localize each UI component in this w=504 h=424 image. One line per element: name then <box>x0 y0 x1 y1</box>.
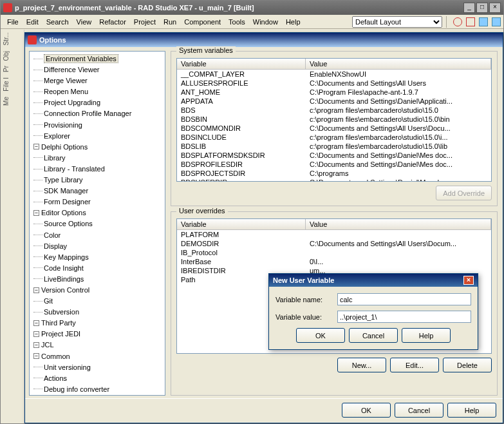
tree-node[interactable]: −Third Party <box>31 317 163 328</box>
menu-view[interactable]: View <box>73 17 96 27</box>
tool-icon-1[interactable] <box>453 17 462 26</box>
tree-node[interactable]: Form Designer <box>31 196 163 207</box>
table-row[interactable]: BDSUSERDIRC:\Documents and Settings\Dani… <box>177 178 491 181</box>
tree-node[interactable]: Difference Viewer <box>31 64 163 75</box>
tree-node[interactable]: Source Options <box>31 218 163 229</box>
table-row[interactable]: IB_Protocol <box>177 248 491 257</box>
tree-node[interactable]: Key Mappings <box>31 251 163 262</box>
sys-col-variable[interactable]: Variable <box>177 59 306 69</box>
tree-node[interactable]: −Editor Options <box>31 207 163 218</box>
newvar-titlebar[interactable]: New User Variable × <box>269 274 478 287</box>
newvar-cancel-button[interactable]: Cancel <box>349 328 398 343</box>
tree-node[interactable]: SDK Manager <box>31 185 163 196</box>
side-tab[interactable]: Obj <box>1 48 11 64</box>
table-row[interactable]: DEMOSDIRC:\Documents and Settings\All Us… <box>177 239 491 248</box>
tree-node[interactable]: Environment Variables <box>31 53 163 64</box>
tree-node[interactable]: −Common <box>31 351 163 361</box>
tree-node[interactable]: Merge Viewer <box>31 75 163 86</box>
varvalue-input[interactable] <box>337 311 471 323</box>
menu-project[interactable]: Project <box>130 17 160 27</box>
maximize-button[interactable]: □ <box>476 3 488 13</box>
minimize-button[interactable]: _ <box>463 3 475 13</box>
tree-node[interactable]: Connection Profile Manager <box>31 108 163 119</box>
options-tree[interactable]: Environment VariablesDifference ViewerMe… <box>29 51 165 396</box>
tree-node[interactable]: Git <box>31 295 163 306</box>
varname-input[interactable] <box>337 293 471 305</box>
table-row[interactable]: BDSPROJECTSDIRC:\programs <box>177 169 491 178</box>
edit-button[interactable]: Edit... <box>390 358 439 372</box>
new-button[interactable]: New... <box>337 358 386 372</box>
user-col-variable[interactable]: Variable <box>177 219 306 229</box>
tool-icon-4[interactable] <box>492 17 501 26</box>
newvar-close-button[interactable]: × <box>463 276 474 285</box>
table-row[interactable]: PLATFORM <box>177 230 491 239</box>
menu-component[interactable]: Component <box>180 17 225 27</box>
menu-tools[interactable]: Tools <box>225 17 249 27</box>
menu-run[interactable]: Run <box>160 17 180 27</box>
menu-help[interactable]: Help <box>282 17 304 27</box>
tree-node[interactable]: Subversion <box>31 306 163 317</box>
table-row[interactable]: BDSCOMMONDIRC:\Documents and Settings\Al… <box>177 124 491 133</box>
tree-node[interactable]: Debug info converter <box>31 383 163 394</box>
table-row[interactable]: __COMPAT_LAYEREnableNXShowUI <box>177 70 491 79</box>
tree-node[interactable]: Library <box>31 152 163 163</box>
tree-node[interactable]: −Project JEDI <box>31 328 163 339</box>
tree-node[interactable]: Reopen Menu <box>31 86 163 97</box>
menu-search[interactable]: Search <box>42 17 73 27</box>
tree-node[interactable]: −Delphi Options <box>31 141 163 152</box>
table-row[interactable]: ALLUSERSPROFILEC:\Documents and Settings… <box>177 79 491 88</box>
tree-node[interactable]: Stack Trace Viewer <box>31 394 163 396</box>
side-tab[interactable]: File I <box>1 75 11 94</box>
tree-node[interactable]: Color <box>31 229 163 240</box>
table-row[interactable]: BDSLIBc:\program files\embarcadero\studi… <box>177 142 491 151</box>
table-row[interactable]: BDSINCLUDEc:\program files\embarcadero\s… <box>177 133 491 142</box>
table-row[interactable]: BDSPLATFORMSDKSDIRC:\Documents and Setti… <box>177 151 491 160</box>
menu-window[interactable]: Window <box>249 17 282 27</box>
tool-icon-3[interactable] <box>479 17 488 26</box>
tree-node[interactable]: LiveBindings <box>31 273 163 284</box>
expand-icon[interactable]: − <box>33 287 39 293</box>
tree-node[interactable]: Display <box>31 240 163 251</box>
tree-node[interactable]: Project Upgrading <box>31 97 163 108</box>
options-cancel-button[interactable]: Cancel <box>395 403 443 418</box>
system-variables-list[interactable]: Variable Value __COMPAT_LAYEREnableNXSho… <box>176 58 492 182</box>
expand-icon[interactable]: − <box>33 320 39 326</box>
user-col-value[interactable]: Value <box>306 219 491 229</box>
expand-icon[interactable]: − <box>33 353 39 359</box>
newvar-ok-button[interactable]: OK <box>296 328 345 343</box>
expand-icon[interactable]: − <box>33 331 39 337</box>
menu-refactor[interactable]: Refactor <box>95 17 130 27</box>
tree-node[interactable]: Provisioning <box>31 119 163 130</box>
table-row[interactable]: BDSPROFILESDIRC:\Documents and Settings\… <box>177 160 491 169</box>
tree-node[interactable]: −Version Control <box>31 284 163 295</box>
side-tab[interactable]: Str... <box>1 30 11 48</box>
side-tab[interactable]: Me <box>1 94 11 108</box>
layout-select[interactable]: Default Layout <box>352 16 442 28</box>
options-titlebar[interactable]: Options <box>25 33 503 47</box>
expand-icon[interactable]: − <box>33 342 39 348</box>
expand-icon[interactable]: − <box>33 210 39 216</box>
tree-node[interactable]: −JCL <box>31 339 163 350</box>
tree-node[interactable]: Explorer <box>31 130 163 141</box>
delete-button[interactable]: Delete <box>443 358 492 372</box>
table-row[interactable]: APPDATAC:\Documents and Settings\Daniel\… <box>177 97 491 106</box>
tree-node[interactable]: Code Insight <box>31 262 163 273</box>
side-tab[interactable]: Pr <box>1 63 11 75</box>
add-override-button[interactable]: Add Override <box>436 186 492 200</box>
table-row[interactable]: BDSc:\program files\embarcadero\studio\1… <box>177 106 491 115</box>
tool-icon-2[interactable] <box>466 17 475 26</box>
table-row[interactable]: InterBase0\I... <box>177 257 491 266</box>
options-ok-button[interactable]: OK <box>342 403 391 418</box>
tree-node[interactable]: Actions <box>31 372 163 383</box>
options-help-button[interactable]: Help <box>447 403 496 418</box>
tree-node[interactable]: Library - Translated <box>31 163 163 174</box>
sys-col-value[interactable]: Value <box>306 59 491 69</box>
tree-node[interactable]: Type Library <box>31 174 163 185</box>
menu-file[interactable]: File <box>3 17 23 27</box>
expand-icon[interactable]: − <box>33 144 39 149</box>
close-button[interactable]: × <box>489 3 501 13</box>
main-titlebar[interactable]: p_project_7_environment_variable - RAD S… <box>1 1 503 15</box>
menu-edit[interactable]: Edit <box>23 17 42 27</box>
table-row[interactable]: BDSBINc:\program files\embarcadero\studi… <box>177 115 491 124</box>
tree-node[interactable]: Unit versioning <box>31 361 163 372</box>
